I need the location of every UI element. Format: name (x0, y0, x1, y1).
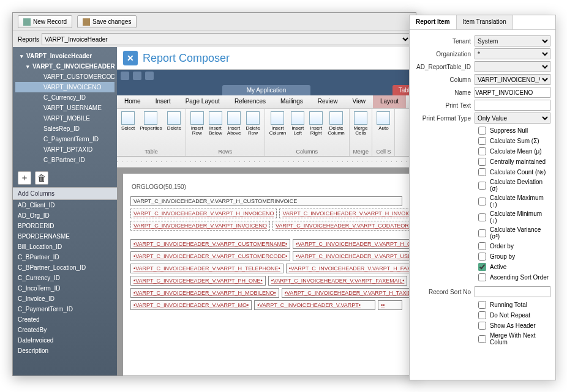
checkbox-calculate-variance-[interactable]: Calculate Variance (σ²) (415, 225, 550, 241)
tree-root[interactable]: VARPT_InvoiceHeader (15, 51, 115, 61)
checkbox-calculate-count-[interactable]: Calculate Count (№) (415, 167, 550, 177)
column-item[interactable]: C_PaymentTerm_ID (13, 304, 117, 314)
column-item[interactable]: C_Invoice_ID (13, 294, 117, 304)
field-cell[interactable]: VARPT_C_INVOICEHEADER_V.VARPT_H_INVOICEN… (130, 209, 277, 218)
ribbon-tab-insert[interactable]: Insert (148, 95, 178, 108)
column-item[interactable]: Description (13, 346, 117, 356)
tab-item-translation[interactable]: Item Translation (457, 15, 513, 29)
field-cell[interactable]: VARPT_C_INVOICEHEADER_V.VARPT_H_INVOICED… (279, 209, 416, 218)
checkbox-do-not-repeat[interactable]: Do Not Repeat (415, 310, 550, 320)
name-input[interactable] (475, 87, 550, 98)
column-item[interactable]: Bill_Location_ID (13, 242, 117, 252)
column-item[interactable]: C_Currency_ID (13, 273, 117, 283)
checkbox-calculate-maximum-[interactable]: Calculate Maximum (↑) (415, 193, 550, 209)
field-cell[interactable]: •VARPT_C_INVOICEHEADER_V.VARPT_H_TELEPHO… (130, 264, 284, 273)
delete-button[interactable]: 🗑 (35, 171, 48, 185)
ribbon-btn-insert-row[interactable]: InsertRow (189, 110, 206, 137)
app-tab[interactable]: My Application (222, 85, 310, 95)
field-cell[interactable]: •VARPT_C_INVOICEHEADER_V.VARPT_H_FAX• (286, 264, 416, 273)
record-sort-input[interactable] (475, 286, 550, 297)
save-changes-button[interactable]: Save changes (77, 15, 137, 28)
column-item[interactable]: Created (13, 314, 117, 325)
field-cell[interactable]: •VARPT_C_INVOICEHEADER_V.VARPT_H_CONTACT… (293, 239, 416, 249)
ribbon-btn-insert-left[interactable]: InsertLeft (289, 110, 306, 137)
qat-redo-icon[interactable] (145, 72, 154, 80)
print-format-select[interactable]: Only Value (475, 113, 550, 124)
field-cell[interactable]: •VARPT_C_INVOICEHEADER_V.VARPT_FAXEMAIL• (268, 276, 408, 286)
tree-item-varpt_bptaxid[interactable]: VARPT_BPTAXID (15, 144, 115, 155)
tree-item-varpt_username[interactable]: VARPT_USERNAME (15, 103, 115, 113)
checkbox-calculate-deviation-[interactable]: Calculate Deviation (σ) (415, 177, 550, 193)
header-field[interactable]: VARPT_C_INVOICEHEADER_V.VARPT_H_CUSTOMER… (130, 196, 402, 206)
checkbox-active[interactable]: Active (415, 262, 550, 272)
checkbox-ascending-sort-order[interactable]: Ascending Sort Order (415, 272, 550, 283)
column-item[interactable]: BPORDERNASME (13, 231, 117, 242)
checkbox-calculate-minimum-[interactable]: Calculate Minimum (↓) (415, 209, 550, 225)
ribbon-btn-delete-column[interactable]: DeleteColumn (326, 110, 347, 137)
tree-item-varpt_customercode[interactable]: VARPT_CUSTOMERCODE (15, 72, 115, 82)
checkbox-running-total[interactable]: Running Total (415, 300, 550, 310)
field-cell[interactable]: •VARPT_C_INVOICEHEADER_V.VARPT_CUSTOMERN… (130, 239, 290, 249)
tenant-select[interactable]: System (475, 35, 550, 46)
column-item[interactable]: CreatedBy (13, 325, 117, 335)
ribbon-btn-insert-below[interactable]: InsertBelow (207, 110, 224, 137)
checkbox-group-by[interactable]: Group by (415, 251, 550, 262)
checkbox-calculate-mean-[interactable]: Calculate Mean (μ) (415, 146, 550, 157)
column-item[interactable]: BPORDERID (13, 221, 117, 231)
column-item[interactable]: AD_Client_ID (13, 200, 117, 210)
ribbon-btn-select[interactable]: Select (119, 110, 137, 132)
ribbon-tab-layout[interactable]: Layout (373, 95, 406, 108)
column-item[interactable]: DateInvoiced (13, 335, 117, 346)
field-cell[interactable]: •• (378, 300, 402, 310)
ribbon-btn-auto[interactable]: Auto (375, 110, 392, 132)
qat-undo-icon[interactable] (133, 72, 141, 80)
field-cell[interactable]: VARPT_C_INVOICEHEADER_V.VARPT_INVOICENO (130, 221, 270, 231)
checkbox-show-as-header[interactable]: Show As Header (415, 320, 550, 331)
field-cell[interactable]: •VARPT_C_INVOICEHEADER_V.VARPT_CUSTOMERC… (130, 251, 290, 261)
tree-item-c_paymentterm_id[interactable]: C_PaymentTerm_ID (15, 134, 115, 144)
tree-item-varpt_mobile[interactable]: VARPT_MOBILE (15, 113, 115, 124)
column-item[interactable]: C_BPartner_ID (13, 252, 117, 262)
checkbox-calculate-sum-[interactable]: Calculate Sum (Σ) (415, 136, 550, 146)
field-cell[interactable]: VARPT_C_INVOICEHEADER_V.VARPT_CODATEORDE… (272, 221, 416, 231)
organization-select[interactable]: * (475, 48, 550, 59)
ribbon-btn-insert-right[interactable]: InsertRight (307, 110, 325, 137)
column-item[interactable]: AD_Org_ID (13, 210, 117, 221)
ribbon-btn-merge-cells[interactable]: MergeCells (352, 110, 370, 137)
ribbon-btn-properties[interactable]: Properties (138, 110, 163, 132)
field-cell[interactable]: •VARPT_C_INVOICEHEADER_V.VARPT_MO• (130, 300, 252, 310)
report-dropdown[interactable]: VARPT_InvoiceHeader (42, 33, 411, 45)
ribbon-btn-delete-row[interactable]: DeleteRow (244, 110, 262, 137)
column-item[interactable]: C_IncoTerm_ID (13, 283, 117, 294)
tree-item-varpt_invoiceno[interactable]: VARPT_INVOICENO (15, 82, 115, 92)
tree-item-c_currency_id[interactable]: C_Currency_ID (15, 92, 115, 103)
print-text-input[interactable] (475, 100, 550, 111)
add-button[interactable]: ＋ (18, 171, 31, 185)
column-select[interactable]: VARPT_INVOICENO_V (475, 74, 550, 85)
ribbon-tab-references[interactable]: References (227, 95, 273, 108)
tree-item-c_bpartner_id[interactable]: C_BPartner_ID (15, 155, 115, 165)
tree-item-salesrep_id[interactable]: SalesRep_ID (15, 124, 115, 134)
field-cell[interactable]: •VARPT_C_INVOICEHEADER_V.VARPT• (254, 300, 375, 310)
field-cell[interactable]: •VARPT_C_INVOICEHEADER_V.VARPT_USERNAME• (293, 251, 416, 261)
tab-report-item[interactable]: Report Item (410, 15, 457, 29)
ribbon-btn-insert-above[interactable]: InsertAbove (225, 110, 243, 137)
checkbox-merge-with-next-colum[interactable]: Merge With Next Colum (415, 331, 550, 347)
tree-level2[interactable]: VARPT_C_INVOICEHEADER_V (15, 61, 115, 72)
field-cell[interactable]: •VARPT_C_INVOICEHEADER_V.VARPT_H_TAXID• (282, 288, 416, 298)
ribbon-tab-mailings[interactable]: Mailings (273, 95, 310, 108)
ribbon-tab-home[interactable]: Home (117, 95, 148, 108)
ribbon-tab-view[interactable]: View (345, 95, 374, 108)
ribbon-tab-review[interactable]: Review (310, 95, 345, 108)
field-cell[interactable]: •VARPT_C_INVOICEHEADER_V.VARPT_H_MOBILEN… (130, 288, 279, 298)
ribbon-btn-delete[interactable]: Delete (165, 110, 183, 132)
qat-save-icon[interactable] (121, 72, 129, 80)
ribbon-tab-page-layout[interactable]: Page Layout (178, 95, 227, 108)
checkbox-centrally-maintained[interactable]: Centrally maintained (415, 157, 550, 167)
document-area[interactable]: ORGLOGO(50,150) VARPT_C_INVOICEHEADER_V.… (117, 168, 416, 375)
checkbox-suppress-null[interactable]: Suppress Null (415, 125, 550, 136)
new-record-button[interactable]: New Record (18, 15, 72, 28)
column-item[interactable]: C_BPartner_Location_ID (13, 262, 117, 273)
ribbon-btn-insert-column[interactable]: InsertColumn (268, 110, 288, 137)
checkbox-order-by[interactable]: Order by (415, 241, 550, 251)
